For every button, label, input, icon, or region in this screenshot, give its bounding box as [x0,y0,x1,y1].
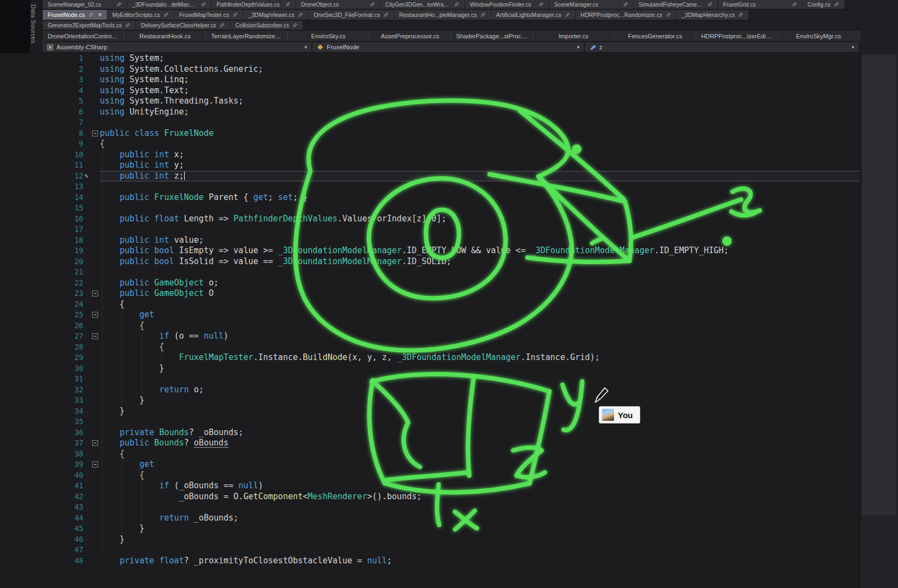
fold-collapse-icon[interactable] [92,312,98,318]
tab-ShaderPackage...stProcessor.cs[interactable]: ShaderPackage...stProcessor.cs [451,31,533,41]
pin-icon[interactable] [219,22,225,28]
pin-icon[interactable] [232,12,238,18]
pin-icon[interactable] [707,2,713,7]
type-dropdown[interactable]: FruxelNode ▾ [312,42,585,52]
member-dropdown[interactable]: z ▾ [585,42,860,52]
tab-label: EnviroSky.cs [311,33,346,39]
tab-Config.cs[interactable]: Config.cs [803,0,844,9]
pin-icon[interactable] [201,2,206,7]
vs-editor-window: Data Sources SceneManager_02.cs_3DFounda… [0,0,898,588]
tab-label: _3DFoundatio...delManager.cs [132,2,197,8]
pin-icon[interactable] [88,12,94,18]
line-number: 43 [0,502,83,513]
code-lines: 1using System;2using System.Collections.… [0,53,860,566]
fold-collapse-icon[interactable] [92,290,98,296]
tab-RestaurantHo...pleManager.cs[interactable]: RestaurantHo...pleManager.cs [394,10,491,20]
fold-collapse-icon[interactable] [92,440,98,446]
tab-OneSec3D_FileFormat.cs[interactable]: OneSec3D_FileFormat.cs [309,10,394,20]
line-number: 39 [0,459,83,470]
pin-icon[interactable] [370,2,375,7]
gutter [83,406,100,417]
line-number: 14 [0,192,83,203]
tab-PathfinderDepthValues.cs[interactable]: PathfinderDepthValues.cs [212,0,295,9]
scrollbar-thumb[interactable] [862,55,896,515]
pin-icon[interactable] [738,12,743,18]
tab-_3DFoundatio...delManager.cs[interactable]: _3DFoundatio...delManager.cs [127,0,211,9]
tab-HDRPPostproc...izerEditor.cs[interactable]: HDRPPostproc...izerEditor.cs [696,31,778,41]
code-line: 2using System.Collections.Generic; [0,64,860,75]
tab-DeliverySurfaceClassHelper.cs[interactable]: DeliverySurfaceClassHelper.cs [136,21,230,30]
tab-DroneObject.cs[interactable]: DroneObject.cs [296,0,380,9]
pin-icon[interactable] [292,22,298,28]
tab-EnviroSky.cs[interactable]: EnviroSky.cs [288,31,370,41]
pin-icon[interactable] [792,2,797,7]
line-number: 1 [0,53,83,64]
tab-_3DMapHierarchy.cs[interactable]: _3DMapHierarchy.cs [677,10,748,20]
line-number: 27 [0,331,83,342]
vertical-scrollbar[interactable] [860,53,898,588]
pin-icon[interactable] [285,2,291,7]
code-editor[interactable]: 1using System;2using System.Collections.… [0,53,860,588]
pin-icon[interactable] [454,2,459,7]
gutter [83,64,100,75]
gutter [83,310,100,321]
indent-guide [141,470,142,523]
tab-CityGen3DGen...torWrapper.cs[interactable]: CityGen3DGen...torWrapper.cs [380,0,464,9]
tab-SceneManager.cs[interactable]: SceneManager.cs [549,0,633,9]
pin-icon[interactable] [666,12,671,18]
gutter [83,470,100,481]
gutter [83,523,100,534]
tab-Importer.cs[interactable]: Importer.cs [533,31,615,41]
tab-DroneOrientationController.cs[interactable]: DroneOrientationController.cs [43,31,124,41]
tab-MyEditorScripts.cs[interactable]: MyEditorScripts.cs [107,10,174,20]
pin-icon[interactable] [623,2,628,7]
line-number: 37 [0,438,83,449]
fold-collapse-icon[interactable] [92,130,98,136]
tab-Generator2ExportMapTools.cs[interactable]: Generator2ExportMapTools.cs [43,21,135,30]
tab-FruxelMapTester.cs[interactable]: FruxelMapTester.cs [174,10,243,20]
pin-icon[interactable] [480,12,486,18]
tab-CollisionSubscriber.cs[interactable]: CollisionSubscriber.cs [230,21,303,30]
pin-icon[interactable] [298,12,303,18]
tab-_3DMapViewer.cs[interactable]: _3DMapViewer.cs [243,10,308,20]
code-line: 45 } [0,523,860,534]
fold-collapse-icon[interactable] [92,333,98,339]
pin-icon[interactable] [383,12,389,18]
tab-label: FruxelNode.cs [48,12,85,18]
gutter [83,556,100,567]
tab-HDRPPostproc...Randomizer.cs[interactable]: HDRPPostproc...Randomizer.cs [576,10,676,20]
line-number: 23 [0,288,83,299]
tab-FruxelNode.cs[interactable]: FruxelNode.cs× [43,10,107,20]
fold-collapse-icon[interactable] [92,461,98,467]
pin-icon[interactable] [116,2,122,7]
tab-ArtificialLightsManager.cs[interactable]: ArtificialLightsManager.cs [491,10,575,20]
text-caret [184,172,185,180]
gutter [83,492,100,503]
tab-FruxelGrid.cs[interactable]: FruxelGrid.cs [718,0,802,9]
code-line: 14 public FruxelNode Parent { get; set; … [0,192,860,203]
tab-EnviroSkyMgr.cs[interactable]: EnviroSkyMgr.cs [778,31,860,41]
project-dropdown[interactable]: Assembly-CSharp ▾ [43,42,312,52]
tab-label: FruxelGrid.cs [723,2,788,8]
tab-AssetPreprocessor.cs[interactable]: AssetPreprocessor.cs [370,31,451,41]
tab-label: MyEditorScripts.cs [112,12,160,18]
pin-icon[interactable] [163,12,169,18]
tab-SceneManager_02.cs[interactable]: SceneManager_02.cs [43,0,127,9]
pin-icon[interactable] [565,12,570,18]
tab-SimulatedFisheyeCamera.cs[interactable]: SimulatedFisheyeCamera.cs [634,0,718,9]
gutter [83,107,100,118]
code-line: 13 [0,181,860,192]
pin-icon[interactable] [834,2,839,7]
tab-FencesGenerator.cs[interactable]: FencesGenerator.cs [615,31,696,41]
code-line: 4using System.Text; [0,85,860,96]
close-tab-icon[interactable]: × [98,12,102,18]
pin-icon[interactable] [538,2,544,7]
gutter [83,224,100,235]
tab-label: PathfinderDepthValues.cs [217,2,282,8]
line-number: 44 [0,513,83,524]
pin-icon[interactable] [125,22,130,28]
tab-TerrainLayerRandomizer.cs[interactable]: TerrainLayerRandomizer.cs [206,31,288,41]
tab-WindowPositionFinder.cs[interactable]: WindowPositionFinder.cs [465,0,549,9]
tab-RestaurantHook.cs[interactable]: RestaurantHook.cs [124,31,206,41]
code-line: 29 FruxelMapTester.Instance.BuildNode(x,… [0,352,860,363]
